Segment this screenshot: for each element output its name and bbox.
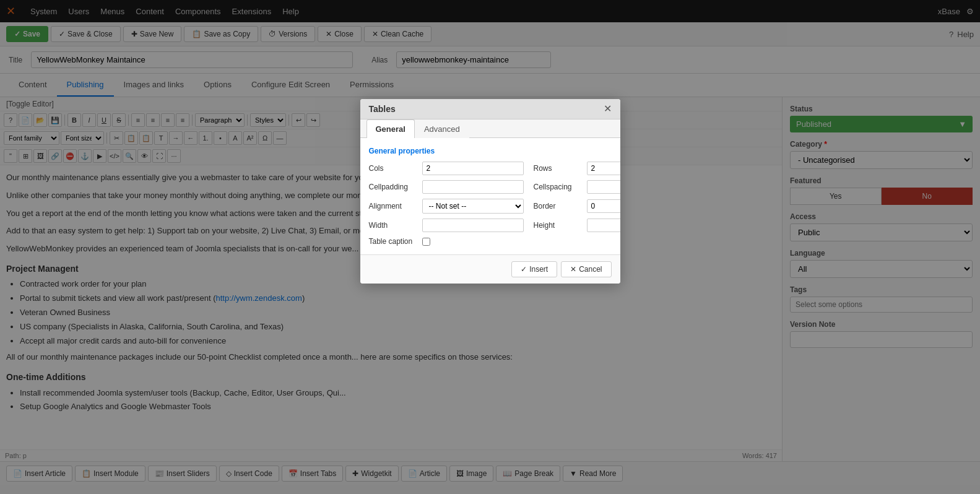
form-row-cellspacing: Cellspacing [534,180,620,194]
form-row-alignment: Alignment -- Not set -- Left Center Righ… [369,199,524,214]
alignment-select[interactable]: -- Not set -- Left Center Right [422,199,524,214]
modal-header: Tables ✕ [360,99,620,119]
modal-tab-general[interactable]: General [366,119,415,138]
insert-check-icon: ✓ [521,265,527,274]
modal-form: Cols Rows Cellpadding Cellspacing [369,162,612,246]
rows-label: Rows [534,164,583,173]
width-label: Width [369,221,418,230]
insert-button[interactable]: ✓ Insert [511,261,557,277]
cancel-x-icon: ✕ [570,265,576,274]
form-row-border: Border [534,199,620,214]
modal-tabs: General Advanced [360,119,620,138]
modal-footer: ✓ Insert ✕ Cancel [360,254,620,284]
cellspacing-input[interactable] [587,180,620,194]
cellpadding-label: Cellpadding [369,183,418,191]
cols-label: Cols [369,164,418,173]
modal-body: General properties Cols Rows Cellpadding [360,138,620,254]
border-input[interactable] [587,199,620,213]
modal-tab-advanced[interactable]: Advanced [415,119,469,138]
form-row-cols: Cols [369,162,524,175]
modal-overlay: Tables ✕ General Advanced General proper… [0,0,980,494]
form-row-width: Width [369,219,524,232]
form-row-cellpadding: Cellpadding [369,180,524,194]
cancel-button[interactable]: ✕ Cancel [561,261,611,277]
alignment-label: Alignment [369,202,418,210]
modal-close-button[interactable]: ✕ [604,104,612,114]
tables-modal: Tables ✕ General Advanced General proper… [360,99,620,284]
form-row-caption: Table caption [369,237,620,246]
height-input[interactable] [587,219,620,232]
caption-checkbox[interactable] [422,238,430,246]
cellpadding-input[interactable] [422,180,524,194]
form-row-height: Height [534,219,620,232]
border-label: Border [534,202,583,210]
width-input[interactable] [422,219,524,232]
rows-input[interactable] [587,162,620,175]
cols-input[interactable] [422,162,524,175]
height-label: Height [534,221,583,230]
caption-label: Table caption [369,237,418,246]
modal-title: Tables [369,104,396,114]
form-row-rows: Rows [534,162,620,175]
general-props-title: General properties [369,147,612,155]
cellspacing-label: Cellspacing [534,183,583,191]
